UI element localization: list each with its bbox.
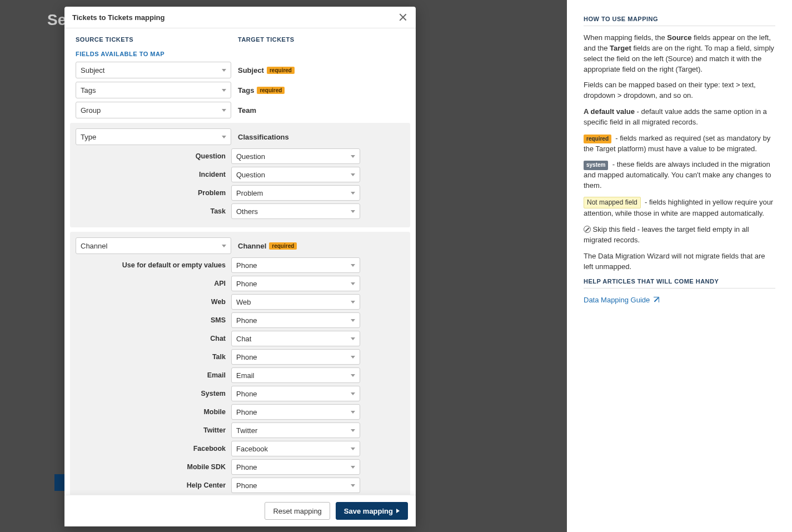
mapping-modal: Tickets to Tickets mapping SOURCE TICKET… <box>64 7 416 526</box>
value-target-dropdown[interactable]: Phone <box>231 459 360 475</box>
value-mapping-row: EmailEmail <box>76 367 405 383</box>
value-source-label: Use for default or empty values <box>76 261 231 269</box>
chevron-down-icon <box>351 337 355 340</box>
help-p2: Fields can be mapped based on their type… <box>584 80 775 101</box>
value-target-dropdown[interactable]: Phone <box>231 349 360 365</box>
value-source-label: Twitter <box>76 426 231 434</box>
value-mapping-row: Help CenterPhone <box>76 478 405 493</box>
value-mapping-row: SMSPhone <box>76 312 405 328</box>
modal-title: Tickets to Tickets mapping <box>72 13 165 22</box>
chevron-down-icon <box>222 109 226 112</box>
chevron-down-icon <box>222 89 226 92</box>
value-source-label: Incident <box>76 171 231 178</box>
field-row: GroupTeam <box>76 102 405 118</box>
dropdown-value: Facebook <box>236 445 268 453</box>
field-row: SubjectSubjectrequired <box>76 62 405 78</box>
value-source-label: Email <box>76 371 231 379</box>
dropdown-value: Phone <box>236 481 257 490</box>
dropdown-value: Web <box>236 298 251 306</box>
value-target-dropdown[interactable]: Twitter <box>231 422 360 438</box>
chevron-down-icon <box>222 245 226 247</box>
target-field-label: Tagsrequired <box>238 86 285 95</box>
value-source-label: Task <box>76 207 231 215</box>
external-link-icon <box>654 297 659 302</box>
value-source-label: Question <box>76 152 231 160</box>
dropdown-value: Question <box>236 152 265 161</box>
value-target-dropdown[interactable]: Problem <box>231 185 360 201</box>
chevron-down-icon <box>351 319 355 322</box>
value-mapping-row: ChatChat <box>76 331 405 346</box>
modal-footer: Reset mapping Save mapping <box>64 495 416 526</box>
value-target-dropdown[interactable]: Phone <box>231 276 360 291</box>
chevron-down-icon <box>351 192 355 195</box>
help-panel: HOW TO USE MAPPING When mapping fields, … <box>567 0 792 532</box>
column-target-heading: TARGET TICKETS <box>238 36 405 43</box>
value-target-dropdown[interactable]: Phone <box>231 257 360 273</box>
value-mapping-row: IncidentQuestion <box>76 167 405 182</box>
chevron-down-icon <box>351 466 355 469</box>
source-field-dropdown[interactable]: Subject <box>76 62 231 78</box>
link-data-mapping-guide[interactable]: Data Mapping Guide <box>584 296 659 304</box>
chevron-down-icon <box>351 210 355 213</box>
help-p6: Not mapped field - fields highlighted in… <box>584 197 775 219</box>
dropdown-value: Phone <box>236 316 257 325</box>
chevron-down-icon <box>351 173 355 176</box>
save-mapping-button[interactable]: Save mapping <box>336 502 408 520</box>
help-p7: Skip this field - leaves the target fiel… <box>584 225 775 246</box>
dropdown-value: Type <box>81 133 96 141</box>
source-field-channel[interactable]: Channel <box>76 237 231 254</box>
help-p8: The Data Migration Wizard will not migra… <box>584 251 775 272</box>
source-field-dropdown[interactable]: Group <box>76 102 231 118</box>
skip-icon <box>584 226 591 233</box>
reset-mapping-button[interactable]: Reset mapping <box>265 502 330 520</box>
value-mapping-row: ProblemProblem <box>76 185 405 201</box>
chevron-down-icon <box>222 136 226 138</box>
required-badge-icon: required <box>257 87 285 94</box>
chevron-down-icon <box>351 484 355 487</box>
chevron-down-icon <box>351 429 355 432</box>
value-mapping-row: Mobile SDKPhone <box>76 459 405 475</box>
source-field-dropdown[interactable]: Tags <box>76 82 231 98</box>
value-mapping-row: Use for default or empty valuesPhone <box>76 257 405 273</box>
dropdown-value: Problem <box>236 189 263 197</box>
field-row: TagsTagsrequired <box>76 82 405 98</box>
dropdown-value: Question <box>236 171 265 179</box>
value-source-label: API <box>76 280 231 287</box>
value-target-dropdown[interactable]: Chat <box>231 331 360 346</box>
page-title-fragment: Se <box>47 11 66 29</box>
dropdown-value: Chat <box>236 335 251 343</box>
close-icon[interactable] <box>398 12 408 22</box>
value-target-dropdown[interactable]: Phone <box>231 404 360 420</box>
value-target-dropdown[interactable]: Phone <box>231 312 360 328</box>
dropdown-value: Others <box>236 207 258 216</box>
value-source-label: Mobile SDK <box>76 463 231 471</box>
value-target-dropdown[interactable]: Email <box>231 367 360 383</box>
not-mapped-badge-icon: Not mapped field <box>584 197 641 208</box>
value-source-label: SMS <box>76 316 231 324</box>
value-target-dropdown[interactable]: Facebook <box>231 441 360 456</box>
chevron-down-icon <box>351 392 355 395</box>
source-field-type[interactable]: Type <box>76 128 231 145</box>
value-mapping-row: WebWeb <box>76 294 405 310</box>
chevron-down-icon <box>351 411 355 414</box>
dropdown-value: Phone <box>236 408 257 416</box>
value-source-label: Problem <box>76 189 231 197</box>
value-source-label: Facebook <box>76 445 231 453</box>
fields-available-heading: FIELDS AVAILABLE TO MAP <box>76 45 405 62</box>
dropdown-value: Phone <box>236 280 257 288</box>
value-target-dropdown[interactable]: Phone <box>231 478 360 493</box>
value-target-dropdown[interactable]: Others <box>231 203 360 219</box>
value-source-label: System <box>76 390 231 397</box>
value-target-dropdown[interactable]: Question <box>231 148 360 164</box>
value-mapping-row: TaskOthers <box>76 203 405 219</box>
chevron-down-icon <box>222 69 226 72</box>
value-target-dropdown[interactable]: Phone <box>231 386 360 401</box>
chevron-down-icon <box>351 282 355 285</box>
target-field-label: Team <box>238 106 256 115</box>
value-source-label: Chat <box>76 335 231 342</box>
dropdown-value: Channel <box>81 242 107 250</box>
value-target-dropdown[interactable]: Web <box>231 294 360 310</box>
chevron-down-icon <box>351 264 355 267</box>
value-mapping-row: FacebookFacebook <box>76 441 405 456</box>
value-target-dropdown[interactable]: Question <box>231 167 360 182</box>
